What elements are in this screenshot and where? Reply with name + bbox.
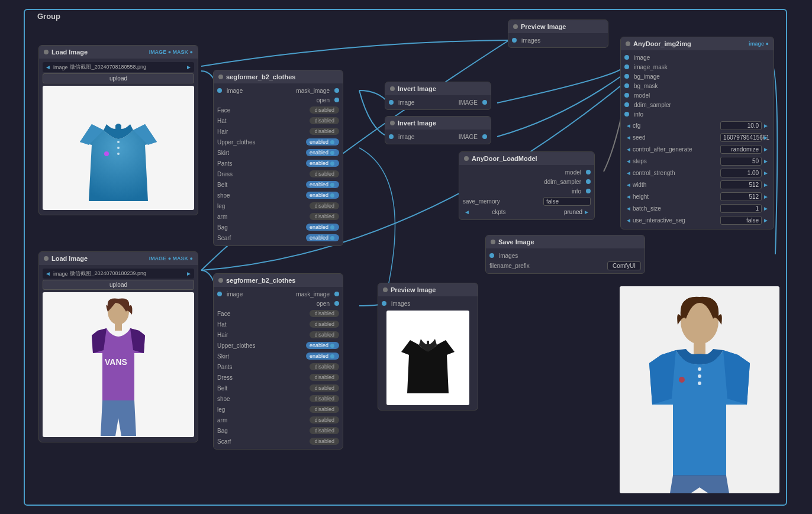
filename-row-1: ◄ image 微信截图_20240708180558.png ► — [43, 62, 194, 72]
svg-point-14 — [679, 377, 685, 383]
anydoor-param-right-5[interactable]: ► — [762, 182, 770, 188]
preview1-images-label: images — [519, 37, 540, 44]
seg1-rows-toggle-1[interactable]: disabled — [310, 117, 339, 124]
anydoor-param-right-7[interactable]: ► — [762, 205, 770, 212]
anydoor-param-label-3: steps — [633, 158, 720, 164]
ai-imagemask-port: image_mask — [624, 62, 770, 72]
invert-body-2: image IMAGE — [385, 130, 491, 144]
anydoor-param-value-8[interactable]: false — [720, 216, 762, 225]
seg2-rows-toggle-10[interactable]: disabled — [310, 416, 339, 424]
ai-ddim-port: ddim_sampler — [624, 100, 770, 109]
loadmodel-savememory-value[interactable]: false — [543, 197, 591, 206]
seg2-rows-toggle-11[interactable]: disabled — [310, 427, 339, 434]
seg2-rows-label-9: leg — [217, 406, 310, 413]
anydoor-param-value-3[interactable]: 50 — [720, 157, 762, 166]
anydoor-loadmodel-header: AnyDoor_LoadModel — [459, 152, 594, 165]
anydoor-param-right-2[interactable]: ► — [762, 146, 770, 153]
svg-text:VANS: VANS — [105, 357, 127, 367]
upload-btn-1[interactable]: upload — [43, 73, 194, 83]
anydoor-param-value-4[interactable]: 1.00 — [720, 169, 762, 177]
invert2-port: image IMAGE — [389, 132, 487, 141]
seg2-rows-toggle-1[interactable]: disabled — [310, 321, 339, 328]
filename-2: 微信截图_20240708180239.png — [70, 270, 183, 277]
seg1-rows-toggle-11[interactable]: enabled — [306, 224, 339, 231]
seg1-rows-label-6: Dress — [217, 171, 310, 177]
next-btn-2[interactable]: ► — [186, 270, 192, 277]
seg2-rows-label-3: Upper_clothes — [217, 342, 306, 349]
anydoor-param-right-0[interactable]: ► — [762, 122, 770, 129]
anydoor-param-value-5[interactable]: 512 — [720, 180, 762, 189]
load-image-node-2: Load Image IMAGE ● MASK ● ◄ image 微信截图_2… — [38, 251, 198, 442]
load-image-preview-2: VANS — [43, 292, 194, 437]
loadmodel-model-port: model — [463, 167, 591, 177]
seg2-rows-toggle-5[interactable]: disabled — [310, 363, 339, 370]
anydoor-param-row-5: ◄width512► — [624, 179, 770, 190]
anydoor-param-label-8: use_interactive_seg — [633, 217, 720, 224]
woman-svg: VANS — [74, 294, 163, 436]
ai-ddim-label: ddim_sampler — [631, 102, 671, 108]
ckpts-right-arrow[interactable]: ► — [582, 209, 591, 215]
seg2-rows-toggle-2[interactable]: disabled — [310, 331, 339, 338]
anydoor-param-right-1[interactable]: ► — [762, 134, 770, 141]
seg1-rows-toggle-2[interactable]: disabled — [310, 128, 339, 135]
prev-btn-2[interactable]: ◄ — [45, 270, 51, 277]
seg1-rows-toggle-12[interactable]: enabled — [306, 234, 339, 241]
seg1-rows-toggle-3[interactable]: enabled — [306, 138, 339, 146]
anydoor-param-right-4[interactable]: ► — [762, 170, 770, 176]
result-svg — [620, 286, 779, 493]
seg1-rows-label-7: Belt — [217, 182, 306, 188]
anydoor-param-value-2[interactable]: randomize — [720, 145, 762, 154]
saveimage-prefix-value[interactable]: ComfyUI — [607, 261, 641, 270]
anydoor-param-value-1[interactable]: 16079795415661 — [720, 133, 762, 142]
anydoor-param-value-6[interactable]: 512 — [720, 192, 762, 201]
seg1-image-label: image — [224, 88, 243, 94]
seg2-rows-toggle-9[interactable]: disabled — [310, 406, 339, 413]
anydoor-param-left-4[interactable]: ◄ — [624, 170, 633, 176]
seg1-rows-row-1: Hatdisabled — [217, 115, 339, 126]
anydoor-param-left-3[interactable]: ◄ — [624, 158, 633, 164]
seg1-rows-toggle-7[interactable]: enabled — [306, 181, 339, 188]
anydoor-param-left-7[interactable]: ◄ — [624, 205, 633, 212]
seg2-rows-toggle-12[interactable]: disabled — [310, 438, 339, 445]
anydoor-param-left-1[interactable]: ◄ — [624, 134, 633, 141]
anydoor-param-right-8[interactable]: ► — [762, 217, 770, 224]
seg2-rows-toggle-0[interactable]: disabled — [310, 310, 339, 317]
preview-title-2: Preview Image — [391, 286, 436, 293]
ckpts-left-arrow[interactable]: ◄ — [463, 209, 471, 215]
seg1-rows-row-11: Bagenabled — [217, 222, 339, 232]
preview-title-1: Preview Image — [521, 23, 566, 30]
seg1-rows-toggle-6[interactable]: disabled — [310, 170, 339, 177]
seg2-rows-toggle-8[interactable]: disabled — [310, 395, 339, 402]
seg1-rows-toggle-4[interactable]: enabled — [306, 149, 339, 156]
anydoor-param-right-3[interactable]: ► — [762, 158, 770, 164]
anydoor-param-left-0[interactable]: ◄ — [624, 122, 633, 129]
save-image-body: images filename_prefix ComfyUI — [486, 248, 645, 273]
seg1-rows-toggle-8[interactable]: enabled — [306, 192, 339, 199]
seg1-rows-toggle-0[interactable]: disabled — [310, 106, 339, 114]
seg1-rows-toggle-5[interactable]: enabled — [306, 160, 339, 167]
next-btn-1[interactable]: ► — [186, 64, 192, 70]
seg2-rows-toggle-3[interactable]: enabled — [306, 342, 339, 349]
anydoor-param-value-0[interactable]: 10.0 — [720, 121, 762, 130]
anydoor-param-value-7[interactable]: 1 — [720, 204, 762, 213]
seg1-rows-row-10: armdisabled — [217, 211, 339, 222]
invert2-IMAGE-label: IMAGE — [414, 134, 480, 140]
load-image-outputs-2: IMAGE ● MASK ● — [91, 256, 193, 261]
seg2-rows-toggle-6[interactable]: disabled — [310, 374, 339, 381]
seg2-rows-toggle-4[interactable]: enabled — [306, 353, 339, 360]
anydoor-param-left-8[interactable]: ◄ — [624, 217, 633, 224]
save-image-dot — [491, 240, 495, 244]
anydoor-param-left-5[interactable]: ◄ — [624, 182, 633, 188]
saveimage-images-port: images — [489, 251, 641, 260]
prev-btn-1[interactable]: ◄ — [45, 64, 51, 70]
seg2-rows-toggle-7[interactable]: disabled — [310, 384, 339, 392]
anydoor-param-right-6[interactable]: ► — [762, 193, 770, 200]
seg1-rows-toggle-9[interactable]: disabled — [310, 202, 339, 209]
invert-node-2: Invert Image image IMAGE — [385, 116, 491, 144]
anydoor-param-left-6[interactable]: ◄ — [624, 193, 633, 200]
upload-btn-2[interactable]: upload — [43, 280, 194, 290]
anydoor-param-left-2[interactable]: ◄ — [624, 146, 633, 153]
seg1-image-input-dot — [217, 88, 222, 93]
anydoor-param-label-0: cfg — [633, 122, 720, 129]
seg1-rows-toggle-10[interactable]: disabled — [310, 213, 339, 220]
